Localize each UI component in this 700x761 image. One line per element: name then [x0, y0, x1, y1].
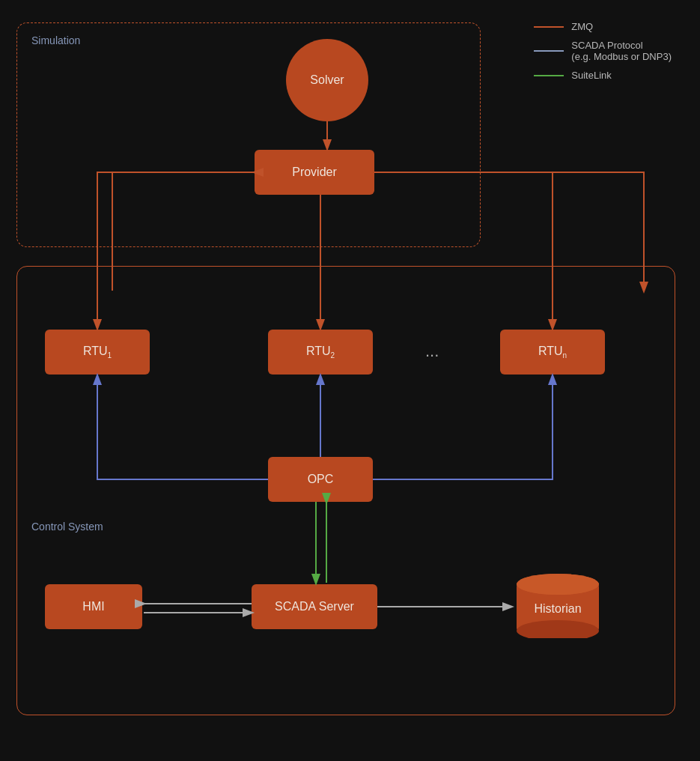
historian-cylinder-svg: Historian [513, 571, 603, 638]
simulation-label: Simulation [31, 34, 80, 46]
rtu1-sub: 1 [108, 351, 112, 360]
zmq-line [534, 26, 564, 28]
svg-point-3 [517, 574, 599, 595]
suitelink-line [534, 75, 564, 76]
scada-label: SCADA Protocol (e.g. Modbus or DNP3) [571, 40, 672, 62]
hmi-node: HMI [45, 584, 142, 629]
svg-text:Historian: Historian [534, 602, 581, 615]
scada-server-label: SCADA Server [275, 600, 354, 613]
suitelink-label: SuiteLink [571, 70, 611, 81]
diagram-wrapper: ZMQ SCADA Protocol (e.g. Modbus or DNP3)… [0, 0, 700, 761]
zmq-label: ZMQ [571, 21, 593, 32]
rtun-label: RTUn [538, 345, 567, 360]
rtu1-node: RTU1 [45, 330, 150, 375]
control-system-label: Control System [31, 521, 103, 533]
solver-node: Solver [286, 39, 368, 121]
opc-label: OPC [308, 473, 334, 486]
provider-label: Provider [292, 166, 337, 179]
solver-label: Solver [310, 73, 344, 87]
legend-scada: SCADA Protocol (e.g. Modbus or DNP3) [534, 40, 672, 62]
simulation-box [16, 22, 481, 247]
scada-line [534, 50, 564, 52]
rtu1-label: RTU1 [83, 345, 112, 360]
rtun-sub: n [563, 351, 567, 360]
rtun-node: RTUn [500, 330, 605, 375]
legend-suitelink: SuiteLink [534, 70, 672, 81]
scada-server-node: SCADA Server [252, 584, 377, 629]
rtu2-label: RTU2 [306, 345, 335, 360]
historian-node: Historian [513, 571, 603, 638]
legend: ZMQ SCADA Protocol (e.g. Modbus or DNP3)… [534, 21, 672, 81]
rtu2-sub: 2 [331, 351, 335, 360]
opc-node: OPC [268, 457, 373, 502]
provider-node: Provider [255, 150, 374, 195]
legend-zmq: ZMQ [534, 21, 672, 32]
rtu2-node: RTU2 [268, 330, 373, 375]
dots-label: ... [425, 342, 439, 361]
hmi-label: HMI [82, 600, 104, 613]
